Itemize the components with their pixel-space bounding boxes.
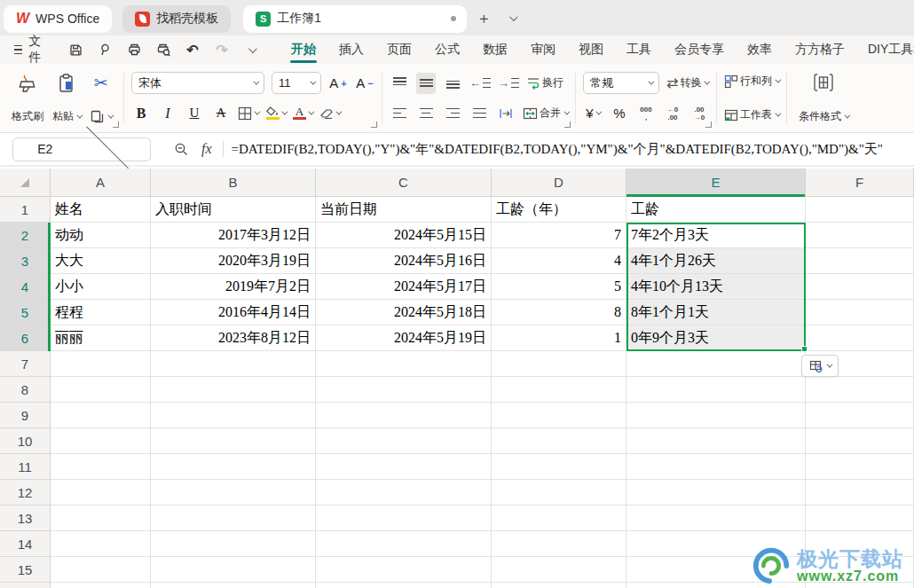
cell-B3[interactable]: 2020年3月19日 bbox=[151, 248, 316, 274]
borders-button[interactable] bbox=[238, 103, 258, 124]
font-color-button[interactable]: A bbox=[293, 103, 312, 124]
cell-B7[interactable] bbox=[151, 351, 316, 377]
cell-A8[interactable] bbox=[51, 377, 151, 403]
clipboard-dialog-launcher-icon[interactable] bbox=[113, 122, 119, 128]
cell-F1[interactable] bbox=[806, 197, 914, 223]
cut-icon[interactable]: ✂ bbox=[94, 73, 108, 93]
row-header-4[interactable]: 4 bbox=[0, 274, 51, 300]
cell-A6[interactable]: 丽丽 bbox=[51, 325, 151, 351]
cell-C11[interactable] bbox=[316, 454, 492, 480]
cell-E7[interactable] bbox=[626, 351, 806, 377]
cell-B15[interactable] bbox=[151, 557, 316, 583]
paste-button[interactable]: 粘贴 bbox=[48, 71, 85, 126]
row-header-7[interactable]: 7 bbox=[0, 351, 51, 377]
percent-button[interactable]: % bbox=[610, 103, 629, 124]
cell-A3[interactable]: 大大 bbox=[51, 248, 151, 274]
column-header-F[interactable]: F bbox=[806, 169, 914, 197]
cell-F2[interactable] bbox=[806, 223, 914, 248]
cell-D8[interactable] bbox=[492, 377, 626, 403]
cell-B2[interactable]: 2017年3月12日 bbox=[151, 223, 316, 248]
column-header-E[interactable]: E bbox=[626, 169, 806, 197]
row-header-14[interactable]: 14 bbox=[0, 531, 51, 557]
column-header-D[interactable]: D bbox=[492, 169, 626, 197]
menu-data[interactable]: 数据 bbox=[471, 35, 519, 64]
cell-A5[interactable]: 程程 bbox=[51, 300, 151, 325]
tab-workbook1[interactable]: S 工作簿1 bbox=[243, 5, 467, 33]
select-all-corner[interactable] bbox=[0, 169, 51, 197]
cell-F5[interactable] bbox=[806, 300, 914, 325]
undo-icon[interactable]: ↶ bbox=[182, 39, 203, 60]
shrink-font-button[interactable]: A− bbox=[355, 73, 374, 94]
menu-diy-toolbox[interactable]: DIY工具箱 bbox=[856, 35, 914, 64]
cell-D3[interactable]: 4 bbox=[492, 248, 626, 274]
cell-A12[interactable] bbox=[51, 480, 151, 506]
row-header-6[interactable]: 6 bbox=[0, 325, 51, 351]
cell-B6[interactable]: 2023年8月12日 bbox=[151, 325, 316, 351]
cell-C1[interactable]: 当前日期 bbox=[316, 197, 492, 223]
clear-format-button[interactable] bbox=[319, 103, 340, 124]
justify-button[interactable] bbox=[469, 103, 489, 124]
row-header-3[interactable]: 3 bbox=[0, 248, 51, 274]
alignment-dialog-launcher-icon[interactable] bbox=[564, 122, 571, 128]
cell-E4[interactable]: 4年10个月13天 bbox=[626, 274, 806, 300]
print-icon[interactable] bbox=[123, 39, 145, 60]
cell-C14[interactable] bbox=[316, 531, 492, 557]
cell-D7[interactable] bbox=[492, 351, 626, 377]
rows-columns-button[interactable]: 行和列 bbox=[724, 71, 779, 92]
row-header-12[interactable]: 12 bbox=[0, 480, 51, 506]
cell-D2[interactable]: 7 bbox=[492, 223, 626, 248]
cell-F16[interactable] bbox=[806, 583, 914, 588]
font-size-select[interactable]: 11 bbox=[272, 72, 321, 94]
autofill-options-button[interactable] bbox=[801, 355, 839, 377]
menu-insert[interactable]: 插入 bbox=[327, 35, 375, 64]
cell-F11[interactable] bbox=[806, 454, 914, 480]
cell-C10[interactable] bbox=[316, 428, 492, 454]
text-orientation-button[interactable] bbox=[496, 103, 516, 124]
formula-input[interactable]: =DATEDIF(B2,TODAY(),"Y")&"年"&DATEDIF(B2,… bbox=[232, 141, 883, 158]
cell-C9[interactable] bbox=[316, 403, 492, 428]
cell-B12[interactable] bbox=[151, 480, 316, 506]
cell-F3[interactable] bbox=[806, 248, 914, 274]
row-header-16[interactable]: 16 bbox=[0, 583, 51, 588]
menu-formula[interactable]: 公式 bbox=[423, 35, 471, 64]
row-header-1[interactable]: 1 bbox=[0, 197, 51, 223]
align-top-button[interactable] bbox=[390, 73, 409, 94]
row-header-15[interactable]: 15 bbox=[0, 557, 51, 583]
increase-indent-button[interactable]: → bbox=[498, 73, 519, 94]
worksheet-button[interactable]: 工作表 bbox=[724, 105, 779, 126]
number-format-select[interactable]: 常规 bbox=[583, 72, 659, 94]
cell-B4[interactable]: 2019年7月2日 bbox=[151, 274, 316, 300]
cell-C6[interactable]: 2024年5月19日 bbox=[316, 325, 492, 351]
menu-efficiency[interactable]: 效率 bbox=[736, 35, 784, 64]
menu-home[interactable]: 开始 bbox=[280, 35, 327, 64]
cell-F4[interactable] bbox=[806, 274, 914, 300]
cell-C15[interactable] bbox=[316, 557, 492, 583]
cell-A10[interactable] bbox=[51, 428, 151, 454]
cell-F15[interactable] bbox=[806, 557, 914, 583]
cell-B11[interactable] bbox=[151, 454, 316, 480]
cell-D10[interactable] bbox=[492, 428, 626, 454]
cell-A2[interactable]: 动动 bbox=[51, 223, 151, 248]
cell-C7[interactable] bbox=[316, 351, 492, 377]
cell-A14[interactable] bbox=[51, 531, 151, 557]
cell-B1[interactable]: 入职时间 bbox=[151, 197, 316, 223]
tab-list-chevron-icon[interactable] bbox=[500, 6, 524, 29]
cell-B14[interactable] bbox=[151, 531, 316, 557]
row-header-13[interactable]: 13 bbox=[0, 506, 51, 531]
zoom-search-icon[interactable] bbox=[174, 142, 189, 157]
cell-B5[interactable]: 2016年4月14日 bbox=[151, 300, 316, 325]
merge-cells-button[interactable]: 合并 bbox=[523, 103, 568, 124]
cell-D1[interactable]: 工龄（年） bbox=[492, 197, 626, 223]
cell-E3[interactable]: 4年1个月26天 bbox=[626, 248, 806, 274]
increase-decimal-button[interactable]: ←0 .00 bbox=[663, 103, 682, 124]
cell-E9[interactable] bbox=[626, 403, 806, 428]
align-middle-button[interactable] bbox=[416, 73, 436, 94]
menu-view[interactable]: 视图 bbox=[567, 35, 615, 64]
thousand-separator-button[interactable]: 000 , bbox=[636, 103, 656, 124]
conditional-format-button[interactable]: 条件格式 bbox=[794, 71, 853, 126]
cell-E8[interactable] bbox=[626, 377, 806, 403]
cell-F10[interactable] bbox=[806, 428, 914, 454]
cell-E14[interactable] bbox=[626, 531, 806, 557]
cell-E1[interactable]: 工龄 bbox=[626, 197, 806, 223]
name-box[interactable]: E2 bbox=[12, 137, 151, 161]
